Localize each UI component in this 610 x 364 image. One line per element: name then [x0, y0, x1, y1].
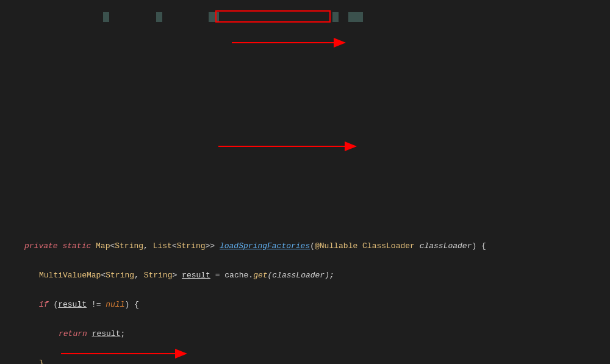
code-line-4[interactable]: return result;: [0, 327, 610, 341]
highlight-generic-lt-2: [156, 12, 162, 22]
code-line-3[interactable]: if (result != null) {: [0, 298, 610, 312]
code-editor[interactable]: private static Map<String, List<String>>…: [0, 5, 610, 364]
method-loadSpringFactories[interactable]: loadSpringFactories: [220, 241, 310, 251]
arrow-annotation-1: [232, 37, 354, 49]
code-line-2[interactable]: MultiValueMap<String, String> result = c…: [0, 268, 610, 283]
red-annotation-box: [215, 10, 331, 23]
code-line-5[interactable]: }: [0, 356, 610, 364]
highlight-paren-open: [332, 12, 339, 22]
highlight-annotation: [348, 12, 363, 22]
highlight-generic-lt-1: [103, 12, 109, 22]
highlight-generic-gt: [209, 12, 219, 22]
arrow-annotation-2: [218, 140, 365, 152]
code-line-1[interactable]: private static Map<String, List<String>>…: [0, 239, 610, 254]
